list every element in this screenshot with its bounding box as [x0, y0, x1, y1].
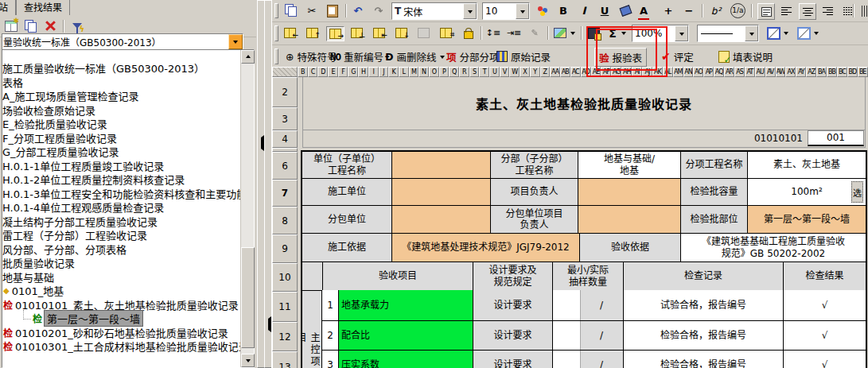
new-table-icon[interactable]: ✱ — [3, 19, 18, 33]
row-header[interactable]: 2 — [272, 77, 298, 107]
undo-icon[interactable]: ↶ — [350, 3, 366, 18]
superscript-icon[interactable]: b² — [708, 3, 724, 18]
column-header[interactable]: Q — [449, 67, 459, 77]
column-header[interactable]: AR — [724, 67, 734, 77]
shading-color-picker[interactable] — [796, 25, 812, 41]
font-size-select[interactable]: 10 — [482, 2, 530, 20]
column-header[interactable]: AG — [611, 67, 621, 77]
select-button[interactable]: 选 — [851, 181, 863, 203]
toolbar-grip[interactable] — [274, 25, 278, 41]
sub-pm-cell[interactable] — [578, 206, 680, 233]
fill-color-icon[interactable] — [617, 3, 633, 18]
tree-item[interactable]: H.0.1-1单位工程质量竣工验收记录 — [2, 159, 254, 173]
column-header[interactable]: AK — [652, 67, 663, 77]
strikeout-button[interactable]: Đ 画删除线 — [381, 48, 449, 65]
dropdown-arrow-icon[interactable] — [228, 34, 243, 49]
column-header[interactable]: AO — [693, 67, 703, 77]
sampling-cell[interactable]: / — [552, 290, 623, 320]
merge-cell-icon[interactable]: ⇤ — [371, 26, 387, 40]
image-select-icon[interactable] — [552, 25, 568, 41]
tree-item[interactable]: 检 第一层～第一段～墙 — [2, 312, 254, 326]
insert-row-icon[interactable]: ↑ — [304, 26, 321, 40]
form-code[interactable]: 01010101 — [753, 133, 803, 144]
project-manager-cell[interactable] — [578, 179, 680, 205]
column-header[interactable]: AN — [683, 67, 694, 77]
row-header[interactable]: 6 — [272, 152, 298, 180]
tab-site[interactable]: 站 — [0, 0, 16, 15]
tree-item[interactable]: A_施工现场质量管理检查记录 — [2, 89, 254, 103]
column-header[interactable]: H — [358, 67, 368, 77]
tree-item[interactable]: H.0.1-2单位工程质量控制资料核查记录 — [2, 172, 254, 187]
design-requirement-cell[interactable]: 设计要求 — [473, 351, 552, 368]
fraction-icon[interactable]: 1/a — [730, 3, 745, 18]
subcontractor-cell[interactable] — [391, 206, 490, 233]
check-result-cell[interactable]: √ — [783, 321, 866, 350]
unit-name-cell[interactable] — [391, 152, 490, 178]
column-header[interactable]: L — [399, 67, 409, 77]
column-header[interactable]: AL — [663, 67, 673, 77]
division-name-cell[interactable]: 地基与基础/ 地基 — [578, 152, 680, 178]
border-color-dropdown-icon[interactable] — [781, 25, 791, 41]
dropdown-arrow-icon[interactable] — [745, 25, 758, 41]
color-scheme-icon[interactable] — [535, 3, 551, 18]
format-painter-icon[interactable]: ✎ — [527, 25, 543, 41]
column-header[interactable]: AX — [785, 67, 796, 77]
row-header[interactable]: 8 — [272, 207, 298, 234]
font-family-select[interactable]: T 宋体 — [391, 2, 477, 20]
delete-icon[interactable] — [43, 19, 58, 33]
shading-color-dropdown-icon[interactable] — [812, 25, 821, 41]
tree-item[interactable]: 检 01010201_砂和砂石地基检验批质量验收记录 — [2, 326, 254, 340]
insert-column-right-icon[interactable]: → — [326, 26, 344, 41]
column-header[interactable]: X — [520, 67, 530, 77]
tree-item[interactable]: 表格 — [2, 76, 254, 90]
column-header[interactable]: AP — [703, 67, 714, 77]
paste-icon[interactable] — [325, 3, 341, 18]
acceptance-basis-cell[interactable]: 《建筑地基基础工程施工质量验收 规范》GB 50202-2002 — [680, 234, 866, 261]
insert-column-left-icon[interactable]: ← — [282, 26, 298, 40]
tab-search-results[interactable]: 查找结果 — [16, 0, 70, 15]
column-header[interactable]: AW — [776, 67, 786, 77]
delete-row-icon[interactable]: ↓ — [393, 26, 410, 40]
column-header[interactable]: B — [298, 67, 308, 77]
check-record-cell[interactable]: 检验合格，报告编号 — [623, 321, 783, 350]
column-header[interactable]: AA — [550, 67, 560, 77]
column-header[interactable]: AE — [591, 67, 601, 77]
scroll-up-icon[interactable] — [241, 50, 255, 64]
column-header[interactable]: S — [469, 67, 480, 77]
tree-item[interactable]: F_分项工程质量验收记录 — [2, 131, 254, 145]
item-number-cell[interactable]: 2 — [322, 321, 338, 350]
scroll-down-icon[interactable] — [241, 354, 255, 367]
column-header[interactable]: R — [459, 67, 469, 77]
tree-item[interactable]: 施工质量验收统一标准（GB50300-2013） — [2, 61, 254, 76]
table-style-icon[interactable] — [415, 26, 432, 40]
column-header[interactable]: K — [388, 67, 399, 77]
column-header[interactable]: AM — [673, 67, 683, 77]
column-header[interactable]: BB — [827, 67, 837, 77]
form-title-cell[interactable]: 素土、灰土地基检验批质量验收记录 — [302, 77, 866, 130]
main-control-group-cell[interactable]: 主控项目 — [302, 290, 322, 368]
image-dropdown-icon[interactable] — [568, 25, 578, 41]
tree-item[interactable]: 检 01010101_素土、灰土地基检验批质量验收记录 — [2, 298, 254, 312]
dropdown-arrow-icon[interactable] — [675, 25, 688, 41]
column-header[interactable]: I — [368, 67, 379, 77]
formula-calc-icon[interactable] — [586, 25, 601, 41]
column-header[interactable]: F — [338, 67, 348, 77]
column-header[interactable]: W — [509, 67, 520, 77]
column-header[interactable]: V — [500, 67, 510, 77]
align-left-icon[interactable] — [778, 3, 794, 18]
align-page-icon[interactable] — [757, 3, 775, 20]
item-name-cell[interactable]: 配合比 — [338, 321, 473, 350]
tree-item[interactable]: ◆ 0101_地基 — [2, 284, 254, 298]
row-spacing-icon[interactable]: ↕≡ — [485, 25, 501, 41]
italic-button[interactable]: I — [576, 3, 592, 18]
tree-item[interactable]: 凝土结构子分部工程质量验收记录 — [2, 215, 254, 229]
redo-icon[interactable]: ↷ — [371, 3, 387, 18]
column-header[interactable]: AI — [632, 67, 642, 77]
column-header[interactable]: D — [317, 67, 328, 77]
align-center-icon[interactable] — [799, 3, 816, 20]
column-header[interactable]: AQ — [714, 67, 724, 77]
form-serial-cell[interactable]: 001 — [808, 130, 864, 146]
column-header[interactable]: AZ — [806, 67, 816, 77]
filter-icon[interactable]: ϟ — [69, 19, 84, 33]
underline-button[interactable]: U — [597, 3, 613, 18]
